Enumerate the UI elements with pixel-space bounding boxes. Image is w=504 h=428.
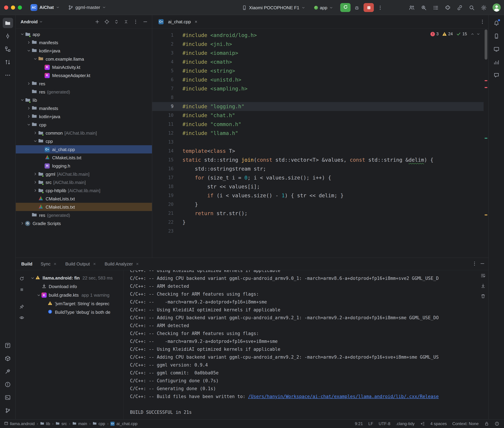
chevron-right-icon[interactable] [26, 106, 32, 110]
panel-options-icon[interactable] [472, 261, 477, 267]
share-icon[interactable] [455, 3, 465, 12]
project-tree-item-cmakelists-txt-21[interactable]: CMakeLists.txt [16, 203, 152, 211]
indent-icon[interactable] [420, 421, 425, 426]
project-tree-item-ai-chat-cpp-14[interactable]: C+ ai_chat.cpp [16, 145, 152, 153]
ide-events-icon[interactable] [494, 421, 499, 426]
project-tree-item-manifests-9[interactable]: manifests [16, 104, 152, 112]
chevron-down-icon[interactable] [36, 293, 42, 297]
code-with-me-icon[interactable] [407, 3, 417, 12]
running-devices-icon[interactable] [491, 44, 501, 54]
assistant-icon[interactable] [491, 70, 501, 80]
collapse-all-icon[interactable] [122, 18, 130, 26]
caret-position[interactable]: 9:21 [355, 421, 363, 426]
build-icon[interactable] [3, 366, 13, 377]
inspection-widget[interactable]: !3 24 15 [430, 32, 480, 36]
build-tree-item-download-info[interactable]: Download info [27, 282, 123, 291]
editor-tab-ai-chat-cpp[interactable]: C+ ai_chat.cpp [154, 15, 202, 28]
add-icon[interactable] [93, 18, 101, 26]
settings-icon[interactable] [479, 3, 488, 12]
prev-problem-icon[interactable] [470, 32, 474, 36]
chevron-right-icon[interactable] [26, 115, 32, 118]
error-stripe-mark[interactable] [485, 87, 487, 88]
project-tree-item-app-0[interactable]: app [16, 30, 152, 38]
project-tree-item-common-12[interactable]: common [AiChat.lib.main] [16, 129, 152, 137]
search-actions-icon[interactable] [419, 3, 428, 12]
tab-options-icon[interactable] [480, 19, 485, 24]
line-separator[interactable]: LF [368, 421, 373, 426]
pin-icon[interactable] [17, 303, 26, 311]
project-tree-item-lib-8[interactable]: lib [16, 96, 152, 104]
more-run-actions-button[interactable] [375, 3, 385, 12]
todo-icon[interactable] [3, 340, 13, 351]
terminal-icon[interactable] [3, 392, 13, 403]
project-tree-item-cmakelists-txt-20[interactable]: CMakeLists.txt [16, 195, 152, 203]
user-avatar[interactable] [492, 3, 501, 12]
console-file-link[interactable]: /Users/hanyin/Workspace/ai-chat/examples… [248, 394, 439, 399]
project-tree-item-cpp-13[interactable]: cpp [16, 137, 152, 145]
project-tree-item-res-6[interactable]: res [16, 80, 152, 88]
chevron-right-icon[interactable] [32, 188, 38, 192]
next-problem-icon[interactable] [476, 32, 480, 36]
task-list-icon[interactable] [431, 3, 441, 12]
project-tree-item-kotlin-java-2[interactable]: kotlin+java [16, 47, 152, 55]
clang-tidy-status[interactable]: .clang-tidy [396, 421, 414, 426]
chevron-down-icon[interactable] [19, 98, 25, 102]
commit-icon[interactable] [3, 31, 13, 41]
dependencies-icon[interactable] [3, 353, 13, 364]
chevron-right-icon[interactable] [19, 221, 25, 225]
pull-requests-icon[interactable] [3, 57, 13, 67]
project-tree-item-res-7[interactable]: res (generated) [16, 88, 152, 96]
project-icon[interactable] [3, 18, 13, 28]
breadcrumb-lib[interactable]: lib [40, 421, 50, 426]
project-tree-item-res-22[interactable]: res (generated) [16, 211, 152, 219]
chevron-down-icon[interactable] [39, 20, 43, 24]
chevron-down-icon[interactable] [32, 139, 38, 143]
chevron-down-icon[interactable] [32, 57, 38, 61]
run-button[interactable] [340, 3, 351, 12]
project-tree-item-kotlin-java-10[interactable]: kotlin+java [16, 112, 152, 121]
project-tree-item-cpp-11[interactable]: cpp [16, 121, 152, 129]
close-icon[interactable] [93, 262, 96, 266]
breadcrumb-llama-android[interactable]: llama.android [4, 421, 35, 426]
chevron-right-icon[interactable] [32, 172, 38, 176]
search-everywhere-icon[interactable] [467, 3, 477, 12]
breadcrumb-src[interactable]: src [56, 421, 67, 426]
close-icon[interactable] [53, 262, 57, 266]
device-manager-icon[interactable] [491, 31, 501, 41]
app-quality-insights-icon[interactable] [491, 57, 501, 67]
project-tree-item-ggml-17[interactable]: ggml [AiChat.lib.main] [16, 170, 152, 178]
soft-wrap-icon[interactable] [480, 273, 486, 279]
breadcrumb-main[interactable]: main [72, 421, 87, 426]
plugins-icon[interactable] [443, 3, 453, 12]
chevron-down-icon[interactable] [19, 32, 25, 36]
error-stripe-mark[interactable] [485, 80, 487, 81]
build-tab-build[interactable]: Build [21, 261, 32, 266]
breadcrumb-cpp[interactable]: cpp [93, 421, 105, 426]
chevron-right-icon[interactable] [26, 41, 32, 45]
project-tree-item-src-18[interactable]: src [AiChat.lib.main] [16, 178, 152, 186]
run-configuration-selector[interactable]: app [312, 4, 335, 11]
context-selector[interactable]: Context: None [452, 421, 479, 426]
expand-all-icon[interactable] [112, 18, 120, 26]
project-tree-item-cpp-httplib-19[interactable]: cpp-httplib [AiChat.lib.main] [16, 186, 152, 195]
more-tool-windows-icon[interactable] [3, 70, 13, 80]
scrollbar-thumb[interactable] [485, 29, 487, 60]
build-tab-sync[interactable]: Sync [41, 261, 57, 266]
stop-square-icon[interactable] [17, 285, 26, 294]
hide-panel-icon[interactable] [480, 261, 485, 267]
zoom-window-button[interactable] [18, 5, 22, 9]
project-tree-item-messageadapter-kt-5[interactable]: K MessageAdapter.kt [16, 71, 152, 80]
project-tree-item-mainactivity-kt-4[interactable]: K MainActivity.kt [16, 63, 152, 71]
locate-file-icon[interactable] [103, 18, 111, 26]
chevron-down-icon[interactable] [29, 276, 35, 280]
chevron-right-icon[interactable] [32, 131, 38, 135]
eye-icon[interactable] [17, 313, 26, 322]
project-view-mode[interactable]: Android [21, 19, 38, 24]
project-selector[interactable]: AC AiChat [28, 3, 62, 12]
chevron-down-icon[interactable] [26, 123, 32, 127]
hide-panel-icon[interactable] [141, 18, 149, 26]
scroll-end-icon[interactable] [480, 283, 486, 289]
close-icon[interactable] [194, 20, 198, 24]
panel-options-icon[interactable] [131, 18, 140, 26]
warning-stripe-mark[interactable] [485, 214, 487, 215]
